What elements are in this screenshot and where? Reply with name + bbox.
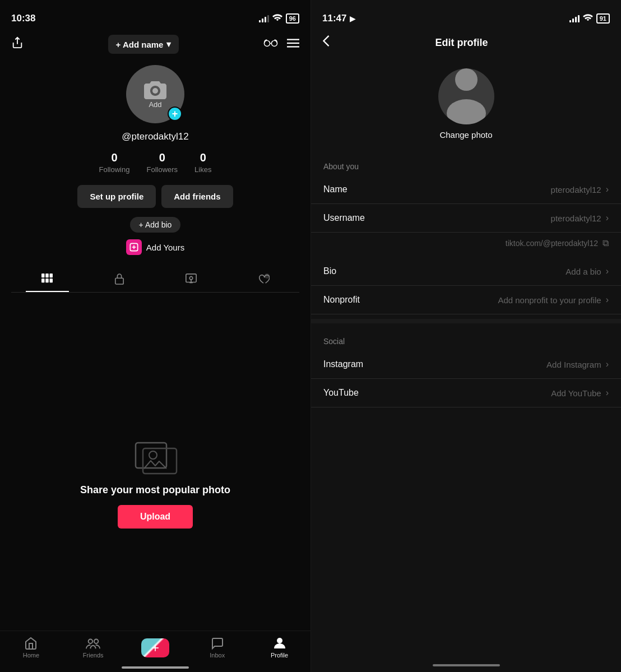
add-name-button[interactable]: + Add name ▾ xyxy=(108,35,179,54)
instagram-field-label: Instagram xyxy=(323,359,363,369)
svg-point-16 xyxy=(265,274,270,279)
svg-rect-18 xyxy=(143,448,177,474)
tab-locked[interactable] xyxy=(84,266,156,292)
youtube-field-label: YouTube xyxy=(323,388,359,398)
create-button[interactable] xyxy=(141,638,169,657)
svg-rect-9 xyxy=(50,274,53,277)
nonprofit-field-row[interactable]: Nonprofit Add nonprofit to your profile … xyxy=(311,286,621,314)
status-icons-right: 91 xyxy=(569,13,610,24)
name-field-value: pterodaktyl12 xyxy=(551,185,601,194)
svg-point-15 xyxy=(190,276,193,280)
nav-home[interactable]: Home xyxy=(14,637,48,659)
camera-icon xyxy=(144,80,166,99)
username-field-row[interactable]: Username pterodaktyl12 › xyxy=(311,204,621,233)
avatar-edit[interactable] xyxy=(438,68,494,124)
content-tabs xyxy=(11,266,299,293)
instagram-field-row[interactable]: Instagram Add Instagram › xyxy=(311,350,621,379)
add-photo-badge[interactable]: + xyxy=(168,106,182,121)
about-section-label: About you xyxy=(311,153,621,175)
svg-rect-12 xyxy=(50,279,53,282)
lock-icon xyxy=(114,273,124,285)
wifi-icon-right xyxy=(583,14,593,24)
youtube-field-value-group: Add YouTube › xyxy=(551,388,609,398)
following-stat[interactable]: 0 Following xyxy=(99,151,130,174)
setup-profile-button[interactable]: Set up profile xyxy=(77,185,156,208)
profile-section: Add + @pterodaktyl12 0 Following 0 Follo… xyxy=(0,59,310,293)
inbox-icon xyxy=(211,637,224,650)
glasses-icon-button[interactable] xyxy=(263,36,278,52)
avatar-container[interactable]: Add + xyxy=(126,65,184,123)
username-field-value-group: pterodaktyl12 › xyxy=(551,213,609,223)
location-icon: ▶ xyxy=(350,14,356,23)
bio-field-label: Bio xyxy=(323,266,336,276)
svg-point-21 xyxy=(94,639,98,643)
instagram-field-value: Add Instagram xyxy=(546,360,601,369)
signal-icon-right xyxy=(569,15,580,22)
left-panel: 10:38 96 + Add name xyxy=(0,0,310,672)
grid-icon xyxy=(41,273,53,284)
status-bar-left: 10:38 96 xyxy=(0,0,310,29)
add-yours-row[interactable]: Add Yours xyxy=(126,239,184,255)
right-panel: 11:47 ▶ 91 Edit p xyxy=(310,0,621,672)
tiktok-url-row[interactable]: tiktok.com/@pterodaktyl12 ⧉ xyxy=(311,233,621,257)
tiktok-url-text: tiktok.com/@pterodaktyl12 xyxy=(506,239,598,248)
tab-videos[interactable] xyxy=(11,266,84,292)
add-yours-icon xyxy=(126,239,142,255)
back-button[interactable] xyxy=(322,35,330,50)
profile-icon xyxy=(273,637,286,650)
nonprofit-chevron-icon: › xyxy=(606,295,609,305)
signal-icon xyxy=(259,15,269,22)
nav-friends-label: Friends xyxy=(83,652,104,659)
person-silhouette-icon xyxy=(438,68,494,124)
bio-field-value-group: Add a bio › xyxy=(566,266,609,276)
youtube-field-row[interactable]: YouTube Add YouTube › xyxy=(311,379,621,407)
add-bio-button[interactable]: + Add bio xyxy=(130,217,181,233)
nonprofit-field-value: Add nonprofit to your profile xyxy=(498,295,601,305)
share-button[interactable] xyxy=(11,36,24,52)
tab-tagged[interactable] xyxy=(155,266,228,292)
likes-count: 0 xyxy=(200,151,206,164)
tab-liked[interactable] xyxy=(228,266,300,292)
photo-placeholder-icon xyxy=(133,436,178,475)
social-section-divider xyxy=(311,319,621,323)
name-field-row[interactable]: Name pterodaktyl12 › xyxy=(311,175,621,204)
likes-stat[interactable]: 0 Likes xyxy=(194,151,211,174)
name-field-value-group: pterodaktyl12 › xyxy=(551,184,609,194)
svg-rect-11 xyxy=(46,279,49,282)
tagged-icon xyxy=(185,273,197,285)
nav-profile[interactable]: Profile xyxy=(263,637,296,659)
change-photo-label[interactable]: Change photo xyxy=(439,130,492,140)
svg-point-26 xyxy=(447,99,486,124)
bio-field-row[interactable]: Bio Add a bio › xyxy=(311,257,621,286)
followers-label: Followers xyxy=(146,165,178,174)
bio-chevron-icon: › xyxy=(606,266,609,276)
followers-count: 0 xyxy=(159,151,165,164)
status-icons-left: 96 xyxy=(259,13,299,24)
followers-stat[interactable]: 0 Followers xyxy=(146,151,178,174)
svg-point-25 xyxy=(455,68,478,91)
svg-rect-13 xyxy=(115,278,123,284)
action-buttons: Set up profile Add friends xyxy=(77,185,233,208)
add-photo-label: Add xyxy=(149,100,161,109)
nav-create[interactable] xyxy=(138,638,172,657)
bio-field-value: Add a bio xyxy=(566,267,601,276)
name-chevron-icon: › xyxy=(606,184,609,194)
nav-friends[interactable]: Friends xyxy=(76,637,110,659)
menu-button[interactable] xyxy=(287,37,299,52)
following-count: 0 xyxy=(111,151,117,164)
upload-button[interactable]: Upload xyxy=(118,505,193,529)
nav-inbox[interactable]: Inbox xyxy=(201,637,234,659)
following-label: Following xyxy=(99,165,130,174)
battery-icon-right: 91 xyxy=(596,13,610,24)
social-section-label: Social xyxy=(311,328,621,350)
instagram-field-value-group: Add Instagram › xyxy=(546,359,609,369)
svg-rect-10 xyxy=(41,279,44,282)
chevron-down-icon: ▾ xyxy=(166,39,171,49)
add-friends-button[interactable]: Add friends xyxy=(161,185,233,208)
bottom-nav: Home Friends Inbox xyxy=(0,631,310,672)
name-field-label: Name xyxy=(323,184,347,194)
copy-icon[interactable]: ⧉ xyxy=(603,238,609,248)
instagram-chevron-icon: › xyxy=(606,359,609,369)
youtube-field-value: Add YouTube xyxy=(551,388,601,398)
username-chevron-icon: › xyxy=(606,213,609,223)
